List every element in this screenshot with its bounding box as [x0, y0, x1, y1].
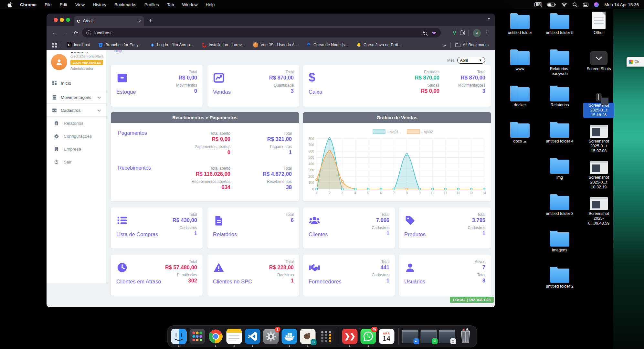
- dock-item-chrome[interactable]: [207, 328, 224, 344]
- desktop-icon-folder[interactable]: untitled folder 2: [544, 264, 576, 289]
- menubar-item-bookmarks[interactable]: Bookmarks: [114, 2, 136, 7]
- desktop-icon-folder[interactable]: untitled folder 5: [544, 10, 576, 35]
- desktop-icon-folder[interactable]: untitled folder 3: [544, 191, 576, 216]
- address-bar[interactable]: i localhost ★: [82, 28, 441, 37]
- bookmark-item[interactable]: Vue JS - Usando A...: [253, 42, 298, 48]
- close-window-button[interactable]: [54, 18, 58, 22]
- minimized-window-thumbnail[interactable]: ☛: [402, 330, 418, 343]
- extensions-icon[interactable]: [459, 30, 465, 37]
- menubar-item-help[interactable]: Help: [206, 2, 215, 7]
- dock-item-minimized-window[interactable]: ▢: [439, 328, 455, 344]
- bookmark-item[interactable]: Log in - Jira Anron...: [150, 43, 193, 48]
- menubar-item-history[interactable]: History: [93, 2, 106, 7]
- spotlight-search-icon[interactable]: [573, 2, 577, 7]
- card-title-link[interactable]: Clientes em Atraso: [116, 279, 161, 285]
- desktop-icon-folder[interactable]: untitled folder: [504, 10, 536, 35]
- apple-icon[interactable]: [7, 2, 12, 7]
- forward-button[interactable]: →: [63, 30, 69, 36]
- tab-search-chevron-icon[interactable]: ▾: [488, 16, 490, 21]
- browser-tab[interactable]: C Credit ×: [74, 16, 144, 26]
- all-bookmarks-button[interactable]: All Bookmarks: [455, 43, 489, 47]
- card-title-link[interactable]: Usuários: [404, 279, 425, 285]
- desktop-icon-screenshot[interactable]: Screenshot 2025-0...09.48.59: [583, 191, 615, 226]
- menubar-item-tab[interactable]: Tab: [167, 2, 174, 7]
- card-title-link[interactable]: Caixa: [309, 89, 322, 95]
- zoom-out-icon[interactable]: [423, 31, 427, 35]
- zoom-window-button[interactable]: [66, 18, 70, 22]
- vue-devtools-icon[interactable]: V: [453, 30, 456, 36]
- card-title-link[interactable]: Clientes: [309, 231, 328, 238]
- card-title-link[interactable]: Estoque: [116, 89, 136, 95]
- desktop-icon-stack[interactable]: Screen Shots: [583, 47, 615, 71]
- tab-close-icon[interactable]: ×: [138, 19, 141, 24]
- card-title-link[interactable]: Vendas: [213, 89, 231, 95]
- bookmark-item[interactable]: Branches for Easy...: [98, 43, 142, 48]
- sidebar-item-empresa[interactable]: Empresa: [47, 143, 106, 155]
- wifi-icon[interactable]: [561, 3, 567, 7]
- menubar-item-edit[interactable]: Edit: [60, 2, 67, 7]
- sidebar-item-inicio[interactable]: Início: [47, 77, 106, 90]
- apps-grid-icon[interactable]: [52, 43, 57, 48]
- input-source-indicator[interactable]: BR: [534, 2, 542, 7]
- dock-item-minimized-window[interactable]: ☛: [402, 328, 418, 344]
- bookmark-star-icon[interactable]: ★: [432, 30, 436, 36]
- desktop-icon-folder[interactable]: docs ☁: [504, 119, 536, 144]
- minimized-window-thumbnail[interactable]: ✆: [420, 330, 437, 343]
- menubar-item-file[interactable]: File: [45, 2, 52, 7]
- menubar-clock[interactable]: Mon 14 Apr 15:36: [604, 2, 639, 7]
- payments-row-link[interactable]: Pagamentos: [118, 130, 147, 157]
- menubar-item-window[interactable]: Window: [182, 2, 197, 7]
- bookmark-item[interactable]: Curso de Node.js...: [306, 43, 348, 48]
- desktop-icon-folder[interactable]: Relatorios-easyweb: [544, 47, 576, 76]
- desktop-icon-folder[interactable]: www: [504, 47, 536, 71]
- desktop-icon-folder[interactable]: imagens: [544, 228, 576, 253]
- desktop-icon-screenshot[interactable]: Screenshot 2025-0...t 15.07.08: [583, 119, 615, 153]
- card-title-link[interactable]: Clientes no SPC: [213, 279, 252, 285]
- active-app-name[interactable]: Chrome: [20, 2, 37, 7]
- dock-item-settings[interactable]: 1: [263, 328, 279, 344]
- sidebar-item-cadastros[interactable]: Cadastros: [47, 104, 106, 117]
- dock-item-calendar[interactable]: APR14: [378, 328, 395, 344]
- desktop-icon-folder[interactable]: img: [544, 155, 576, 180]
- sidebar-item-relatorios[interactable]: Relatórios: [47, 117, 106, 130]
- dock-item-docker[interactable]: [281, 328, 297, 344]
- desktop-icon-folder[interactable]: docker: [504, 83, 536, 108]
- card-title-link[interactable]: Fornecedores: [309, 279, 342, 285]
- control-center-icon[interactable]: [583, 3, 588, 7]
- reload-button[interactable]: ⟳: [74, 30, 78, 36]
- card-title-link[interactable]: Lista de Compras: [116, 231, 158, 238]
- bookmark-item[interactable]: Curso Java na Prát...: [356, 43, 401, 48]
- back-button[interactable]: ←: [52, 30, 58, 36]
- minimized-window-thumbnail[interactable]: ▢: [439, 330, 455, 343]
- dock-item-vscode[interactable]: [244, 328, 260, 344]
- site-info-icon[interactable]: i: [86, 30, 91, 35]
- sidebar-item-sair[interactable]: Sair: [47, 155, 106, 168]
- dock-item-launchpad[interactable]: [189, 328, 205, 344]
- dock-item-red-remote[interactable]: ❯❯: [342, 328, 358, 344]
- siri-icon[interactable]: [594, 2, 599, 7]
- bookmark-item[interactable]: Installation - Larav...: [202, 43, 245, 48]
- background-window-sliver[interactable]: Ch: [627, 57, 644, 67]
- desktop-icon-screenshot[interactable]: Screenshot 2025-0...t 10.32.19: [583, 155, 615, 190]
- bookmark-item[interactable]: Clocalhost: [67, 42, 90, 48]
- dock-item-dbeaver[interactable]: CE: [300, 328, 316, 344]
- profile-avatar[interactable]: P: [473, 29, 481, 37]
- month-select[interactable]: Abril▼: [457, 57, 485, 64]
- dock-item-minimized-window[interactable]: ✆: [420, 328, 437, 344]
- dock-item-calculator[interactable]: [318, 328, 334, 344]
- menubar-item-profiles[interactable]: Profiles: [144, 2, 159, 7]
- minimize-window-button[interactable]: [60, 18, 64, 22]
- payments-row-link[interactable]: Recebimentos: [118, 165, 151, 192]
- battery-icon[interactable]: [547, 3, 556, 7]
- card-title-link[interactable]: Produtos: [404, 231, 426, 238]
- desktop-icon-document[interactable]: Other: [583, 10, 615, 35]
- browser-menu-icon[interactable]: ⋮: [484, 29, 489, 35]
- dock-item-finder[interactable]: [171, 328, 187, 344]
- dock-item-whatsapp[interactable]: 45: [360, 328, 376, 344]
- bookmarks-overflow-chevron[interactable]: »: [443, 42, 446, 48]
- dock-item-trash[interactable]: [457, 328, 473, 344]
- desktop-icon-screenshot[interactable]: Screenshot 2025-0...t 15.18.26: [583, 83, 615, 118]
- desktop-icon-folder[interactable]: Relatorios: [544, 83, 576, 108]
- menubar-item-view[interactable]: View: [75, 2, 85, 7]
- sidebar-item-configuracoes[interactable]: Configurações: [47, 130, 106, 143]
